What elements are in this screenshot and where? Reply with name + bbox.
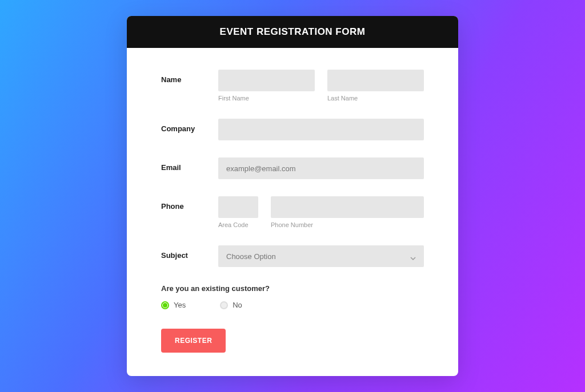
subject-select[interactable]: Choose Option bbox=[218, 245, 424, 267]
first-name-sublabel: First Name bbox=[218, 95, 315, 102]
area-code-sublabel: Area Code bbox=[218, 221, 258, 228]
register-button[interactable]: REGISTER bbox=[161, 329, 226, 353]
registration-form-card: EVENT REGISTRATION FORM Name First Name … bbox=[127, 16, 458, 376]
radio-label-no: No bbox=[233, 301, 242, 309]
name-label: Name bbox=[161, 70, 218, 102]
email-label: Email bbox=[161, 157, 218, 179]
phone-number-sublabel: Phone Number bbox=[271, 221, 424, 228]
first-name-wrap: First Name bbox=[218, 70, 315, 102]
subject-select-wrap: Choose Option bbox=[218, 245, 424, 267]
subject-row: Subject Choose Option bbox=[161, 245, 424, 267]
subject-inputs: Choose Option bbox=[218, 245, 424, 267]
last-name-wrap: Last Name bbox=[327, 70, 424, 102]
radio-option-yes[interactable]: Yes bbox=[161, 301, 186, 309]
form-body: Name First Name Last Name Company bbox=[127, 48, 458, 374]
radio-label-yes: Yes bbox=[174, 301, 186, 309]
last-name-sublabel: Last Name bbox=[327, 95, 424, 102]
company-input[interactable] bbox=[218, 119, 424, 140]
phone-inputs: Area Code Phone Number bbox=[218, 196, 424, 228]
first-name-input[interactable] bbox=[218, 70, 315, 91]
form-header: EVENT REGISTRATION FORM bbox=[127, 16, 458, 48]
phone-number-wrap: Phone Number bbox=[271, 196, 424, 228]
radio-icon bbox=[161, 301, 169, 309]
existing-customer-options: Yes No bbox=[161, 301, 424, 309]
area-code-wrap: Area Code bbox=[218, 196, 258, 228]
name-row: Name First Name Last Name bbox=[161, 70, 424, 102]
last-name-input[interactable] bbox=[327, 70, 424, 91]
phone-label: Phone bbox=[161, 196, 218, 228]
email-wrap bbox=[218, 157, 424, 179]
company-wrap bbox=[218, 119, 424, 140]
existing-customer-question: Are you an existing customer? bbox=[161, 284, 424, 293]
radio-option-no[interactable]: No bbox=[220, 301, 242, 309]
radio-icon bbox=[220, 301, 228, 309]
company-label: Company bbox=[161, 119, 218, 140]
email-inputs bbox=[218, 157, 424, 179]
phone-number-input[interactable] bbox=[271, 196, 424, 218]
company-inputs bbox=[218, 119, 424, 140]
name-inputs: First Name Last Name bbox=[218, 70, 424, 102]
company-row: Company bbox=[161, 119, 424, 140]
area-code-input[interactable] bbox=[218, 196, 258, 218]
phone-row: Phone Area Code Phone Number bbox=[161, 196, 424, 228]
email-input[interactable] bbox=[218, 157, 424, 179]
email-row: Email bbox=[161, 157, 424, 179]
subject-label: Subject bbox=[161, 245, 218, 267]
